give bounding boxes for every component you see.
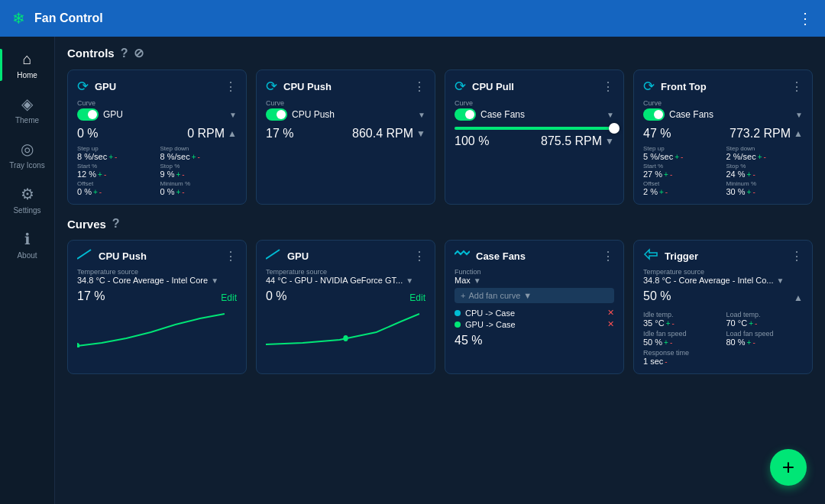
cpu-push-temp-dropdown[interactable]: ▼: [211, 276, 218, 285]
cpu-pull-slider-track[interactable]: [455, 127, 614, 130]
cpu-push-card-menu[interactable]: ⋮: [413, 79, 425, 94]
gpu-offset-sub[interactable]: -: [99, 188, 102, 196]
gpu-step-down: Step down 8 %/sec + -: [160, 145, 238, 161]
ft-minimum-sub[interactable]: -: [752, 188, 755, 196]
controls-help-icon[interactable]: ?: [121, 47, 128, 60]
trigger-response-sub[interactable]: -: [665, 357, 667, 366]
sidebar-item-settings[interactable]: ⚙ Settings: [0, 177, 54, 222]
trigger-percent: 50 %: [643, 289, 671, 303]
sidebar-item-about[interactable]: ℹ About: [0, 222, 54, 267]
front-top-start: Start % 27 % + -: [643, 163, 720, 179]
cpu-push-fan-icon: ⟳: [266, 78, 277, 95]
gpu-step-up-add[interactable]: +: [108, 153, 113, 161]
header-menu-button[interactable]: ⋮: [798, 9, 813, 27]
front-top-dropdown-arrow[interactable]: ▼: [795, 111, 803, 119]
cpu-pull-slider-thumb[interactable]: [609, 123, 620, 134]
front-top-card-menu[interactable]: ⋮: [791, 79, 803, 94]
ft-offset-add[interactable]: +: [659, 188, 664, 196]
gpu-stat-row: 0 % 0 RPM ▲: [77, 127, 237, 141]
trigger-curve-menu[interactable]: ⋮: [791, 249, 803, 263]
trigger-curve-title: Trigger: [665, 250, 791, 262]
cpu-push-toggle[interactable]: [266, 108, 287, 121]
gpu-start-sub[interactable]: -: [104, 170, 106, 179]
main-content: Controls ? ⊘ ⟳ GPU ⋮ Curve GPU ▼ 0 %: [55, 37, 825, 504]
front-top-curve-name: Case Fans: [669, 109, 791, 120]
gpu-step-down-add[interactable]: +: [192, 153, 196, 161]
gpu-start-add[interactable]: +: [98, 170, 102, 179]
case-fans-link-cpu: CPU -> Case ✕: [455, 308, 614, 318]
ft-step-down-add[interactable]: +: [758, 153, 762, 161]
trigger-temp-dropdown[interactable]: ▼: [777, 276, 785, 285]
gpu-case-link-dot: [455, 321, 461, 328]
cpu-push-dropdown-arrow[interactable]: ▼: [418, 111, 425, 119]
gpu-offset-add[interactable]: +: [93, 188, 98, 196]
sidebar-item-tray-icons[interactable]: ◎ Tray Icons: [0, 132, 54, 177]
curves-help-icon[interactable]: ?: [112, 217, 120, 231]
trigger-load-fan-sub[interactable]: -: [752, 338, 755, 347]
trigger-idle-temp-add[interactable]: +: [666, 319, 671, 328]
ft-start-add[interactable]: +: [664, 170, 668, 179]
gpu-dropdown-arrow[interactable]: ▼: [229, 111, 237, 119]
curve-card-gpu: GPU ⋮ Temperature source 44 °C - GPU - N…: [256, 240, 435, 374]
ft-start-sub[interactable]: -: [670, 170, 672, 179]
gpu-minimum-sub[interactable]: -: [182, 188, 184, 196]
sidebar-label-settings: Settings: [13, 206, 40, 215]
cpu-pull-slider-row: [455, 127, 614, 130]
sidebar-item-home[interactable]: ⌂ Home: [0, 43, 54, 87]
ft-stop-sub[interactable]: -: [752, 170, 755, 179]
ft-stop-add[interactable]: +: [747, 170, 752, 179]
case-fans-percent: 45 %: [455, 334, 482, 347]
gpu-edit-btn[interactable]: Edit: [409, 292, 425, 303]
controls-settings-icon[interactable]: ⊘: [134, 46, 144, 60]
cpu-pull-toggle[interactable]: [455, 108, 476, 121]
gpu-case-link-remove[interactable]: ✕: [607, 319, 614, 329]
gpu-step-up-sub[interactable]: -: [115, 153, 117, 161]
control-card-cpu-push: ⟳ CPU Push ⋮ Curve CPU Push ▼ 17 % 860.4…: [256, 69, 435, 205]
cpu-push-temp-label: Temperature source: [77, 268, 237, 276]
cpu-push-curve-title: CPU Push: [99, 250, 225, 262]
gpu-toggle[interactable]: [77, 108, 99, 121]
cpu-push-curve-percent: 17 %: [77, 289, 105, 303]
ft-minimum-add[interactable]: +: [747, 188, 752, 196]
ft-step-up-sub[interactable]: -: [681, 153, 683, 161]
case-fans-link-gpu: GPU -> Case ✕: [455, 319, 614, 329]
gpu-card-title: GPU: [95, 81, 225, 92]
ft-offset-sub[interactable]: -: [665, 188, 668, 196]
cpu-case-link-remove[interactable]: ✕: [607, 308, 614, 318]
cpu-push-edit-btn[interactable]: Edit: [221, 292, 237, 303]
cpu-pull-card-menu[interactable]: ⋮: [602, 79, 614, 94]
gpu-stop-sub[interactable]: -: [182, 170, 184, 179]
gpu-card-menu[interactable]: ⋮: [225, 79, 237, 94]
gpu-curve-menu[interactable]: ⋮: [413, 249, 425, 263]
control-card-gpu: ⟳ GPU ⋮ Curve GPU ▼ 0 % 0 RPM ▲ Step up: [67, 69, 247, 205]
trigger-idle-fan-sub[interactable]: -: [670, 338, 672, 347]
gpu-temp-label: Temperature source: [266, 268, 425, 276]
ft-step-down-sub[interactable]: -: [763, 153, 765, 161]
trigger-idle-fan-add[interactable]: +: [664, 338, 668, 347]
gpu-temp-dropdown[interactable]: ▼: [406, 276, 413, 285]
case-fans-add-curve-btn[interactable]: + Add fan curve ▼: [455, 288, 614, 303]
ft-step-up-add[interactable]: +: [675, 153, 679, 161]
info-icon: ℹ: [24, 230, 31, 248]
gpu-minimum: Mininum % 0 % + -: [160, 180, 238, 196]
control-card-cpu-pull: ⟳ CPU Pull ⋮ Curve Case Fans ▼: [445, 69, 624, 205]
case-fans-func-dropdown[interactable]: ▼: [474, 276, 481, 285]
gpu-minimum-add[interactable]: +: [176, 188, 180, 196]
main-layout: ⌂ Home ◈ Theme ◎ Tray Icons ⚙ Settings ℹ…: [0, 37, 825, 504]
front-top-toggle[interactable]: [643, 108, 665, 121]
theme-icon: ◈: [21, 95, 33, 113]
sidebar-label-tray-icons: Tray Icons: [9, 161, 44, 170]
trigger-load-temp-sub[interactable]: -: [755, 319, 757, 328]
gpu-detail-grid: Step up 8 %/sec + - Step down 8 %/sec + …: [77, 145, 237, 196]
cpu-push-curve-menu[interactable]: ⋮: [225, 249, 237, 263]
gpu-step-down-sub[interactable]: -: [197, 153, 199, 161]
trigger-load-fan-add[interactable]: +: [747, 338, 752, 347]
case-fans-curve-menu[interactable]: ⋮: [602, 249, 614, 263]
home-icon: ⌂: [22, 50, 31, 68]
trigger-load-temp-add[interactable]: +: [749, 319, 753, 328]
add-fab-button[interactable]: +: [770, 449, 807, 486]
gpu-stop-add[interactable]: +: [176, 170, 180, 179]
sidebar-item-theme[interactable]: ◈ Theme: [0, 87, 54, 132]
cpu-pull-dropdown-arrow[interactable]: ▼: [607, 111, 614, 119]
trigger-idle-temp-sub[interactable]: -: [671, 319, 674, 328]
